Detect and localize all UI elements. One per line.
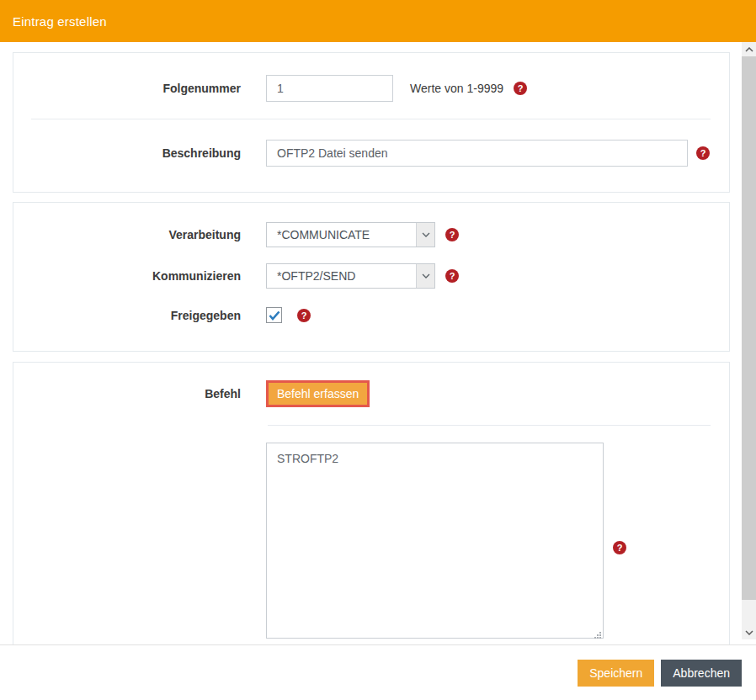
help-icon[interactable]: ? bbox=[445, 228, 459, 241]
folgenummer-row: Folgenummer Werte von 1-9999 ? bbox=[13, 75, 729, 102]
befehl-row: Befehl Befehl erfassen bbox=[13, 380, 729, 407]
command-textarea[interactable]: STROFTP2 bbox=[266, 443, 604, 639]
beschreibung-input[interactable] bbox=[266, 140, 688, 167]
dialog-title: Eintrag erstellen bbox=[13, 14, 107, 29]
save-button[interactable]: Speichern bbox=[578, 660, 654, 687]
scrollbar[interactable] bbox=[742, 42, 756, 639]
folgenummer-hint: Werte von 1-9999 bbox=[410, 82, 503, 95]
beschreibung-row: Beschreibung ? bbox=[13, 140, 729, 167]
help-icon[interactable]: ? bbox=[297, 309, 311, 322]
resize-grip-icon[interactable] bbox=[594, 631, 602, 639]
beschreibung-field: ? bbox=[266, 140, 710, 167]
help-icon[interactable]: ? bbox=[696, 146, 710, 160]
scroll-up-button[interactable] bbox=[742, 42, 756, 56]
kommunizieren-select[interactable]: *OFTP2/SEND bbox=[266, 263, 435, 289]
kommunizieren-row: Kommunizieren *OFTP2/SEND ? bbox=[13, 263, 729, 289]
dialog-body: Folgenummer Werte von 1-9999 ? Beschreib… bbox=[0, 42, 756, 644]
folgenummer-label: Folgenummer bbox=[13, 82, 241, 95]
help-icon[interactable]: ? bbox=[445, 269, 459, 283]
freigegeben-field: ? bbox=[266, 307, 311, 323]
chevron-down-icon[interactable] bbox=[416, 264, 434, 288]
create-entry-dialog: Eintrag erstellen Folgenummer Werte von … bbox=[0, 0, 756, 700]
kommunizieren-selected-value: *OFTP2/SEND bbox=[267, 264, 416, 288]
section-processing: Verarbeitung *COMMUNICATE ? Kommuniziere… bbox=[13, 202, 730, 352]
verarbeitung-row: Verarbeitung *COMMUNICATE ? bbox=[13, 222, 729, 247]
chevron-down-icon[interactable] bbox=[416, 223, 434, 247]
cancel-button[interactable]: Abbrechen bbox=[661, 660, 742, 687]
scrollbar-thumb[interactable] bbox=[742, 56, 756, 600]
folgenummer-field: Werte von 1-9999 ? bbox=[266, 75, 527, 102]
befehl-label: Befehl bbox=[13, 387, 241, 400]
divider bbox=[31, 119, 711, 119]
scroll-down-button[interactable] bbox=[742, 625, 756, 639]
freigegeben-row: Freigegeben ? bbox=[13, 307, 729, 323]
section-general: Folgenummer Werte von 1-9999 ? Beschreib… bbox=[13, 52, 730, 193]
befehl-erfassen-button[interactable]: Befehl erfassen bbox=[266, 380, 370, 407]
verarbeitung-label: Verarbeitung bbox=[13, 228, 241, 241]
command-textarea-wrap: STROFTP2 bbox=[266, 443, 604, 642]
beschreibung-label: Beschreibung bbox=[13, 146, 241, 160]
command-row: STROFTP2 ? bbox=[13, 443, 729, 642]
befehl-field: Befehl erfassen bbox=[266, 380, 370, 407]
verarbeitung-select[interactable]: *COMMUNICATE bbox=[266, 222, 435, 247]
freigegeben-label: Freigegeben bbox=[13, 309, 241, 322]
freigegeben-checkbox[interactable] bbox=[266, 307, 282, 323]
folgenummer-input[interactable] bbox=[266, 75, 393, 102]
kommunizieren-field: *OFTP2/SEND ? bbox=[266, 263, 459, 289]
verarbeitung-field: *COMMUNICATE ? bbox=[266, 222, 459, 247]
dialog-footer: Speichern Abbrechen bbox=[0, 644, 756, 700]
help-icon[interactable]: ? bbox=[514, 82, 527, 95]
dialog-header: Eintrag erstellen bbox=[0, 0, 756, 42]
chevron-down-icon bbox=[745, 630, 753, 635]
section-befehl: Befehl Befehl erfassen STROFTP2 bbox=[13, 362, 730, 644]
verarbeitung-selected-value: *COMMUNICATE bbox=[267, 223, 416, 247]
chevron-up-icon bbox=[745, 47, 753, 52]
divider bbox=[268, 425, 711, 426]
kommunizieren-label: Kommunizieren bbox=[13, 269, 241, 283]
command-field: STROFTP2 ? bbox=[266, 443, 626, 642]
check-icon bbox=[269, 310, 280, 321]
help-icon[interactable]: ? bbox=[613, 541, 626, 554]
